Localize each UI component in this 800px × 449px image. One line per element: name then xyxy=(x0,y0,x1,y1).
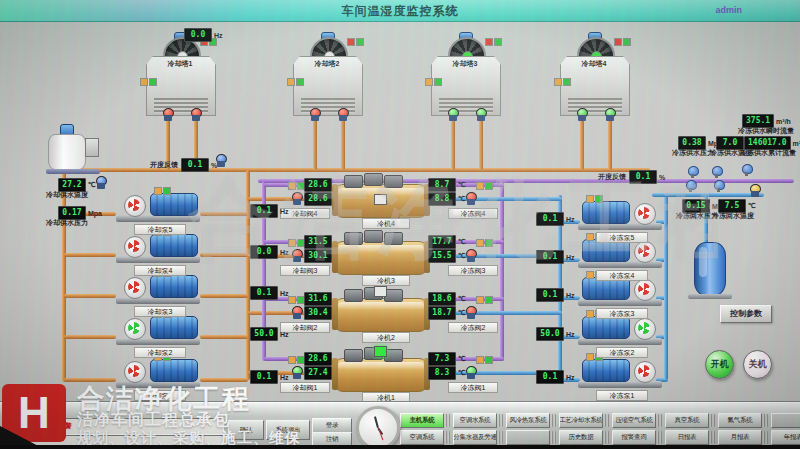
logged-in-user: admin xyxy=(715,5,742,15)
pump-freq-readout: 0.1Hz xyxy=(250,286,289,300)
cooling-valve-label: 冷却阀3 xyxy=(280,265,330,276)
cooling-pump-3[interactable] xyxy=(116,274,200,304)
status-tag xyxy=(485,38,502,46)
nav-history-data[interactable]: 历史数据 xyxy=(559,430,603,445)
chiller-1[interactable]: 28.6 27.4 7.3℃ 8.3℃ 冷却阀1 冷冻阀1 冷机1 xyxy=(288,352,484,404)
tower-valve-icon[interactable] xyxy=(338,108,348,121)
tower-valve-icon[interactable] xyxy=(191,108,201,121)
sensor-transmitter-icon xyxy=(686,180,695,192)
chilled-pump-5[interactable] xyxy=(578,200,662,230)
nav-ahu-water-system[interactable]: 空调水系统 xyxy=(453,413,497,428)
chilled-pump-1[interactable] xyxy=(578,358,662,388)
login-button[interactable]: 登录 xyxy=(312,418,352,433)
cooling-tower-2[interactable]: 冷却塔2 xyxy=(291,32,363,116)
bypass-valve-icon[interactable] xyxy=(216,154,226,167)
pump-label: 冷却泵5 xyxy=(134,224,186,235)
nav-hvac-system[interactable]: 空调系统 xyxy=(400,430,444,445)
status-tag xyxy=(140,78,157,86)
status-tag xyxy=(288,182,305,190)
cooling-pump-2[interactable] xyxy=(116,315,200,345)
chiller-body xyxy=(334,241,428,275)
tower-label: 冷却塔1 xyxy=(144,59,216,69)
tower-label: 冷却塔3 xyxy=(429,59,501,69)
tower-label: 冷却塔4 xyxy=(558,59,630,69)
start-button[interactable]: 开机 xyxy=(705,350,734,379)
pump-label: 冷却泵2 xyxy=(134,347,186,358)
pump-freq-readout: 0.1Hz xyxy=(250,370,289,384)
nav-main-system[interactable]: 主机系统 xyxy=(400,413,444,428)
status-tag xyxy=(288,296,305,304)
tower-valve-icon[interactable] xyxy=(310,108,320,121)
expansion-tank[interactable] xyxy=(694,242,726,296)
status-tag xyxy=(476,356,493,364)
status-tag xyxy=(476,296,493,304)
chiller-2[interactable]: 31.6 30.4 18.6℃ 18.7℃ 冷却阀2 冷冻阀2 冷机2 xyxy=(288,292,484,344)
chilled-valve-icon[interactable] xyxy=(466,366,476,379)
nav-air-cooled-heatpump[interactable]: 风冷热泵系统 xyxy=(506,413,550,428)
status-tag xyxy=(154,187,171,195)
analog-clock xyxy=(356,406,400,449)
chilled-valve-icon[interactable] xyxy=(466,192,476,205)
nav-process-cooling-water[interactable]: 工艺冷却水系统 xyxy=(559,413,603,428)
sensor-transmitter-icon xyxy=(712,166,721,178)
pipe-valve-icon[interactable] xyxy=(96,176,106,189)
chilled-valve-label: 冷冻阀1 xyxy=(448,382,498,393)
chw-supply-press-label: 冷冻供水压力 xyxy=(672,148,714,158)
status-tag xyxy=(476,239,493,247)
nav-alarm-query[interactable]: 报警查询 xyxy=(612,430,656,445)
cooling-tower-1[interactable]: 冷却塔1 xyxy=(144,32,216,116)
chilled-valve-icon[interactable] xyxy=(466,249,476,262)
tower-valve-icon[interactable] xyxy=(605,108,615,121)
nav-manifold-bypass[interactable]: 分集水器及旁通 xyxy=(453,430,497,445)
tower-valve-icon[interactable] xyxy=(448,108,458,121)
opening-feedback-left: 开度反馈 0.1% xyxy=(150,158,217,172)
chiller-3[interactable]: 31.5 30.1 17.7℃ 15.5℃ 冷却阀3 冷冻阀3 冷机3 xyxy=(288,235,484,287)
status-tag xyxy=(425,78,442,86)
status-tag xyxy=(554,78,571,86)
tower-valve-icon[interactable] xyxy=(476,108,486,121)
nav-disabled-2 xyxy=(506,430,550,445)
cooling-tower-4[interactable]: 冷却塔4 xyxy=(558,32,630,116)
chw-total-flow-label: 冷冻供水累计流量 xyxy=(740,148,796,158)
title-bar: 车间温湿度监控系统 admin xyxy=(0,0,800,22)
tower-valve-icon[interactable] xyxy=(163,108,173,121)
manual-valve-icon[interactable] xyxy=(750,184,760,197)
control-params-button[interactable]: 控制参数 xyxy=(720,305,772,323)
chilled-valve-label: 冷冻阀4 xyxy=(448,208,498,219)
nav-row-1: 主机系统 空调水系统 风冷热泵系统 工艺冷却水系统 压缩空气系统 真空系统 氮气… xyxy=(400,413,800,428)
cooling-valve-icon[interactable] xyxy=(292,192,302,205)
nav-monthly-report[interactable]: 月报表 xyxy=(718,430,762,445)
cooling-valve-icon[interactable] xyxy=(292,249,302,262)
tank-base xyxy=(688,294,732,299)
cooling-valve-icon[interactable] xyxy=(292,366,302,379)
cooling-tower-3[interactable]: 冷却塔3 xyxy=(429,32,501,116)
stop-button[interactable]: 关机 xyxy=(743,350,772,379)
pump-label: 冷却泵4 xyxy=(134,265,186,276)
nav-compressed-air[interactable]: 压缩空气系统 xyxy=(612,413,656,428)
status-tag xyxy=(288,239,305,247)
chiller-label: 冷机4 xyxy=(362,218,410,229)
dosing-tank[interactable] xyxy=(48,124,98,174)
run-indicator xyxy=(374,346,387,357)
nav-yearly-report[interactable]: 年报表 xyxy=(771,430,800,445)
tower-valve-icon[interactable] xyxy=(577,108,587,121)
cooling-valve-icon[interactable] xyxy=(292,306,302,319)
status-tag xyxy=(287,78,304,86)
chiller-label: 冷机3 xyxy=(362,275,410,286)
nav-daily-report[interactable]: 日报表 xyxy=(665,430,709,445)
pump-freq-readout: 50.0Hz xyxy=(250,327,289,341)
chiller-4[interactable]: 28.6 28.6 8.7℃ 8.8℃ 冷却阀4 冷冻阀4 冷机4 xyxy=(288,178,484,230)
cooling-pump-5[interactable] xyxy=(116,192,200,222)
chilled-valve-icon[interactable] xyxy=(466,306,476,319)
cooling-pump-4[interactable] xyxy=(116,233,200,263)
nav-disabled-1 xyxy=(771,413,800,428)
chilled-pump-2[interactable] xyxy=(578,315,662,345)
pump-freq-readout: 0.0Hz xyxy=(250,245,289,259)
pump-freq-readout: 50.0Hz xyxy=(536,327,575,341)
nav-vacuum-system[interactable]: 真空系统 xyxy=(665,413,709,428)
chw-return-temp-label: 冷冻回水温度 xyxy=(712,211,754,221)
status-tag xyxy=(614,38,631,46)
run-indicator xyxy=(374,194,387,205)
nav-nitrogen-system[interactable]: 氮气系统 xyxy=(718,413,762,428)
sensor-transmitter-icon xyxy=(688,166,697,178)
